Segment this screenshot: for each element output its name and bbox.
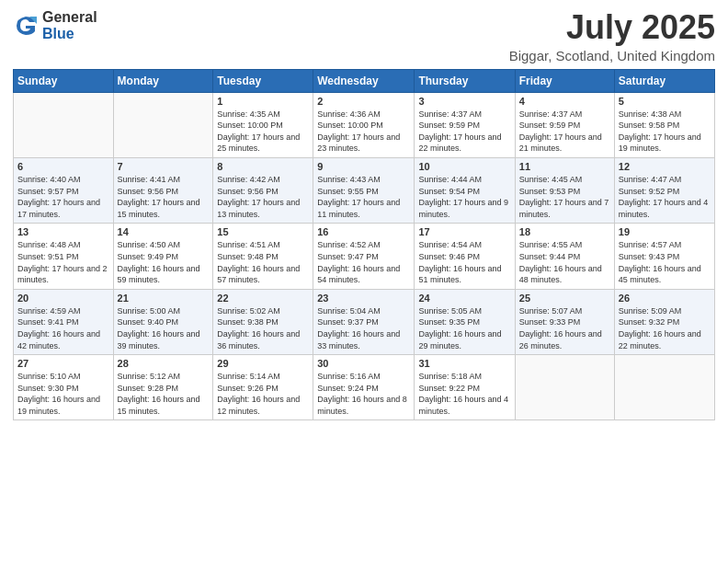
day-info: Sunrise: 4:59 AM Sunset: 9:41 PM Dayligh… (17, 305, 109, 351)
day-number: 18 (519, 226, 610, 237)
day-number: 14 (118, 226, 210, 237)
table-row (14, 92, 114, 157)
main-title: July 2025 (509, 9, 715, 46)
table-row: 8Sunrise: 4:42 AM Sunset: 9:56 PM Daylig… (213, 157, 313, 223)
day-info: Sunrise: 4:51 AM Sunset: 9:48 PM Dayligh… (217, 239, 309, 285)
logo: General Blue (13, 9, 97, 41)
day-number: 6 (17, 161, 109, 172)
day-info: Sunrise: 4:35 AM Sunset: 10:00 PM Daylig… (217, 109, 309, 155)
day-number: 9 (317, 161, 410, 172)
table-row: 12Sunrise: 4:47 AM Sunset: 9:52 PM Dayli… (614, 157, 714, 223)
page: General Blue July 2025 Biggar, Scotland,… (0, 0, 728, 563)
table-row (614, 355, 714, 420)
day-info: Sunrise: 4:36 AM Sunset: 10:00 PM Daylig… (317, 109, 410, 155)
day-info: Sunrise: 4:43 AM Sunset: 9:55 PM Dayligh… (317, 174, 410, 220)
day-info: Sunrise: 4:37 AM Sunset: 9:59 PM Dayligh… (418, 109, 510, 155)
table-row: 29Sunrise: 5:14 AM Sunset: 9:26 PM Dayli… (213, 355, 313, 420)
day-number: 3 (418, 96, 510, 107)
day-info: Sunrise: 5:09 AM Sunset: 9:32 PM Dayligh… (619, 305, 711, 351)
logo-general-text: General (42, 9, 97, 26)
table-row: 30Sunrise: 5:16 AM Sunset: 9:24 PM Dayli… (313, 355, 415, 420)
day-number: 27 (17, 358, 109, 369)
day-number: 1 (217, 96, 309, 107)
table-row: 9Sunrise: 4:43 AM Sunset: 9:55 PM Daylig… (313, 157, 415, 223)
table-row (515, 355, 614, 420)
day-number: 19 (619, 226, 711, 237)
day-number: 28 (118, 358, 210, 369)
table-row: 26Sunrise: 5:09 AM Sunset: 9:32 PM Dayli… (614, 289, 714, 354)
title-block: July 2025 Biggar, Scotland, United Kingd… (509, 9, 715, 63)
table-row: 22Sunrise: 5:02 AM Sunset: 9:38 PM Dayli… (213, 289, 313, 354)
day-info: Sunrise: 5:07 AM Sunset: 9:33 PM Dayligh… (519, 305, 610, 351)
header-wednesday: Wednesday (313, 69, 415, 92)
day-info: Sunrise: 5:10 AM Sunset: 9:30 PM Dayligh… (17, 371, 109, 417)
day-info: Sunrise: 4:37 AM Sunset: 9:59 PM Dayligh… (519, 109, 610, 155)
day-number: 8 (217, 161, 309, 172)
table-row (113, 92, 213, 157)
header-saturday: Saturday (614, 69, 714, 92)
table-row: 21Sunrise: 5:00 AM Sunset: 9:40 PM Dayli… (113, 289, 213, 354)
day-number: 5 (619, 96, 711, 107)
week-row-1: 6Sunrise: 4:40 AM Sunset: 9:57 PM Daylig… (14, 157, 715, 223)
day-info: Sunrise: 5:04 AM Sunset: 9:37 PM Dayligh… (317, 305, 410, 351)
day-number: 31 (418, 358, 510, 369)
table-row: 1Sunrise: 4:35 AM Sunset: 10:00 PM Dayli… (213, 92, 313, 157)
day-number: 23 (317, 293, 410, 304)
table-row: 28Sunrise: 5:12 AM Sunset: 9:28 PM Dayli… (113, 355, 213, 420)
table-row: 15Sunrise: 4:51 AM Sunset: 9:48 PM Dayli… (213, 224, 313, 289)
logo-blue-text: Blue (42, 26, 97, 42)
day-info: Sunrise: 4:54 AM Sunset: 9:46 PM Dayligh… (418, 239, 510, 285)
week-row-2: 13Sunrise: 4:48 AM Sunset: 9:51 PM Dayli… (14, 224, 715, 289)
header-monday: Monday (113, 69, 213, 92)
logo-icon (13, 13, 39, 39)
table-row: 16Sunrise: 4:52 AM Sunset: 9:47 PM Dayli… (313, 224, 415, 289)
day-number: 22 (217, 293, 309, 304)
week-row-0: 1Sunrise: 4:35 AM Sunset: 10:00 PM Dayli… (14, 92, 715, 157)
day-number: 2 (317, 96, 410, 107)
table-row: 14Sunrise: 4:50 AM Sunset: 9:49 PM Dayli… (113, 224, 213, 289)
table-row: 6Sunrise: 4:40 AM Sunset: 9:57 PM Daylig… (14, 157, 114, 223)
day-info: Sunrise: 4:44 AM Sunset: 9:54 PM Dayligh… (418, 174, 510, 220)
day-info: Sunrise: 4:50 AM Sunset: 9:49 PM Dayligh… (118, 239, 210, 285)
table-row: 25Sunrise: 5:07 AM Sunset: 9:33 PM Dayli… (515, 289, 614, 354)
table-row: 19Sunrise: 4:57 AM Sunset: 9:43 PM Dayli… (614, 224, 714, 289)
day-number: 21 (118, 293, 210, 304)
day-info: Sunrise: 4:47 AM Sunset: 9:52 PM Dayligh… (619, 174, 711, 220)
day-info: Sunrise: 5:14 AM Sunset: 9:26 PM Dayligh… (217, 371, 309, 417)
header-tuesday: Tuesday (213, 69, 313, 92)
table-row: 5Sunrise: 4:38 AM Sunset: 9:58 PM Daylig… (614, 92, 714, 157)
table-row: 17Sunrise: 4:54 AM Sunset: 9:46 PM Dayli… (415, 224, 515, 289)
day-info: Sunrise: 5:02 AM Sunset: 9:38 PM Dayligh… (217, 305, 309, 351)
table-row: 18Sunrise: 4:55 AM Sunset: 9:44 PM Dayli… (515, 224, 614, 289)
day-info: Sunrise: 5:05 AM Sunset: 9:35 PM Dayligh… (418, 305, 510, 351)
day-number: 15 (217, 226, 309, 237)
day-number: 17 (418, 226, 510, 237)
calendar: Sunday Monday Tuesday Wednesday Thursday… (13, 69, 715, 421)
day-info: Sunrise: 4:40 AM Sunset: 9:57 PM Dayligh… (17, 174, 109, 220)
logo-text: General Blue (42, 9, 97, 41)
day-info: Sunrise: 4:38 AM Sunset: 9:58 PM Dayligh… (619, 109, 711, 155)
day-info: Sunrise: 4:52 AM Sunset: 9:47 PM Dayligh… (317, 239, 410, 285)
header: General Blue July 2025 Biggar, Scotland,… (13, 9, 715, 63)
day-number: 30 (317, 358, 410, 369)
table-row: 13Sunrise: 4:48 AM Sunset: 9:51 PM Dayli… (14, 224, 114, 289)
header-thursday: Thursday (415, 69, 515, 92)
day-info: Sunrise: 4:42 AM Sunset: 9:56 PM Dayligh… (217, 174, 309, 220)
table-row: 23Sunrise: 5:04 AM Sunset: 9:37 PM Dayli… (313, 289, 415, 354)
calendar-header-row: Sunday Monday Tuesday Wednesday Thursday… (14, 69, 715, 92)
day-info: Sunrise: 4:45 AM Sunset: 9:53 PM Dayligh… (519, 174, 610, 220)
day-number: 20 (17, 293, 109, 304)
header-friday: Friday (515, 69, 614, 92)
day-number: 26 (619, 293, 711, 304)
table-row: 20Sunrise: 4:59 AM Sunset: 9:41 PM Dayli… (14, 289, 114, 354)
table-row: 27Sunrise: 5:10 AM Sunset: 9:30 PM Dayli… (14, 355, 114, 420)
day-info: Sunrise: 5:16 AM Sunset: 9:24 PM Dayligh… (317, 371, 410, 417)
day-number: 12 (619, 161, 711, 172)
day-number: 25 (519, 293, 610, 304)
day-number: 29 (217, 358, 309, 369)
day-number: 4 (519, 96, 610, 107)
table-row: 7Sunrise: 4:41 AM Sunset: 9:56 PM Daylig… (113, 157, 213, 223)
header-sunday: Sunday (14, 69, 114, 92)
day-info: Sunrise: 4:48 AM Sunset: 9:51 PM Dayligh… (17, 239, 109, 285)
table-row: 31Sunrise: 5:18 AM Sunset: 9:22 PM Dayli… (415, 355, 515, 420)
